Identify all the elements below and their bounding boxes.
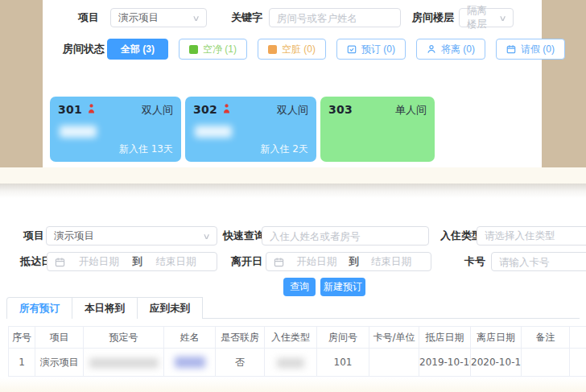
section-divider-shadow bbox=[0, 184, 586, 198]
col-departure-date: 离店日期 bbox=[471, 327, 522, 349]
status-vacant-dirty-label: 空脏 (0) bbox=[282, 43, 316, 56]
start-date-placeholder: 开始日期 bbox=[296, 255, 336, 269]
cell-name bbox=[164, 349, 216, 377]
floor-select[interactable]: 隔离楼层 ∨ bbox=[459, 8, 514, 27]
room-card-302[interactable]: 302 双人间 新入住 2天 bbox=[185, 97, 316, 162]
keyword-input-wrap bbox=[269, 8, 401, 27]
section-divider bbox=[0, 167, 586, 184]
room-card-header: 301 双人间 bbox=[58, 103, 173, 118]
project-label: 项目 bbox=[23, 226, 44, 246]
quick-search-label: 快速查询 bbox=[223, 226, 265, 246]
col-name: 姓名 bbox=[164, 327, 216, 349]
cell-arrival-date: 2019-10-16 bbox=[419, 349, 471, 377]
depart-date-label: 离开日 bbox=[231, 252, 262, 271]
status-all-button[interactable]: 全部 (3) bbox=[107, 39, 168, 60]
bottom-page-edge bbox=[0, 378, 586, 392]
end-date-placeholder: 结束日期 bbox=[371, 255, 411, 269]
keyword-input[interactable] bbox=[277, 12, 393, 24]
reservation-table: 序号 项目 预定号 姓名 是否联房 入住类型 房间号 卡号/单位 抵店日期 离店… bbox=[8, 326, 586, 377]
quick-search-input-wrap bbox=[262, 226, 429, 246]
col-checkin-type: 入住类型 bbox=[265, 327, 317, 349]
cell-linked-room: 否 bbox=[216, 349, 265, 377]
status-departing-button[interactable]: 将离 (0) bbox=[416, 39, 485, 60]
floor-label: 房间楼层 bbox=[412, 8, 454, 27]
room-type: 双人间 bbox=[277, 103, 308, 118]
col-linked-room: 是否联房 bbox=[216, 327, 265, 349]
right-frame-strip bbox=[542, 0, 586, 169]
cell-card-unit bbox=[369, 349, 419, 377]
status-reserved-button[interactable]: 预订 (0) bbox=[336, 39, 406, 60]
room-number: 301 bbox=[58, 103, 82, 116]
keyword-label: 关键字 bbox=[231, 8, 262, 27]
cell-checkin-type bbox=[265, 349, 317, 377]
room-type: 单人间 bbox=[395, 103, 427, 118]
room-card-301[interactable]: 301 双人间 新入住 13天 bbox=[50, 97, 181, 162]
room-type: 双人间 bbox=[142, 103, 173, 118]
status-reserved-label: 预订 (0) bbox=[361, 43, 395, 56]
cell-room-no: 101 bbox=[317, 349, 369, 377]
table-row[interactable]: 1 演示项目 否 101 2019-10-16 2020-10-15 bbox=[9, 349, 586, 377]
arrival-date-range[interactable]: 开始日期 到 结束日期 bbox=[47, 252, 217, 271]
checkin-type-placeholder: 请选择入住类型 bbox=[485, 229, 555, 243]
tab-arriving-today[interactable]: 本日将到 bbox=[72, 297, 138, 319]
project-label: 项目 bbox=[78, 8, 99, 27]
new-reservation-button[interactable]: 新建预订 bbox=[320, 278, 365, 296]
room-number: 303 bbox=[328, 103, 353, 116]
person-icon bbox=[427, 44, 436, 54]
status-departing-label: 将离 (0) bbox=[441, 43, 475, 56]
orange-square-icon bbox=[268, 45, 277, 54]
col-index: 序号 bbox=[9, 327, 35, 349]
redacted-reservation-no bbox=[89, 358, 159, 368]
status-leave-label: 请假 (0) bbox=[521, 43, 555, 56]
date-range-separator: 到 bbox=[132, 255, 142, 269]
start-date-placeholder: 开始日期 bbox=[79, 255, 119, 269]
red-person-icon bbox=[222, 104, 231, 113]
col-extra bbox=[570, 327, 586, 349]
card-number-input-wrap bbox=[491, 252, 586, 271]
chevron-down-icon: ∨ bbox=[192, 14, 200, 23]
reservation-tabs: 所有预订 本日将到 应到未到 bbox=[6, 297, 580, 319]
page: 项目 演示项目 ∨ 关键字 房间楼层 隔离楼层 ∨ 房间状态 全部 (3) 空净… bbox=[0, 0, 586, 392]
query-button[interactable]: 查询 bbox=[283, 278, 316, 296]
status-vacant-clean-label: 空净 (1) bbox=[203, 43, 237, 56]
room-card-header: 302 双人间 bbox=[193, 103, 308, 118]
end-date-placeholder: 结束日期 bbox=[155, 255, 196, 269]
green-square-icon bbox=[189, 45, 198, 54]
redacted-checkin-type bbox=[277, 358, 304, 368]
col-room-no: 房间号 bbox=[317, 327, 369, 349]
status-leave-button[interactable]: 请假 (0) bbox=[496, 39, 565, 60]
cell-remark bbox=[522, 349, 570, 377]
status-vacant-clean-button[interactable]: 空净 (1) bbox=[179, 39, 247, 60]
chevron-down-icon: ∨ bbox=[498, 14, 506, 23]
project-select-value: 演示项目 bbox=[118, 11, 159, 25]
tab-all-reservations[interactable]: 所有预订 bbox=[6, 297, 72, 319]
depart-date-range[interactable]: 开始日期 到 结束日期 bbox=[266, 252, 431, 271]
tab-expected-not-arrived[interactable]: 应到未到 bbox=[137, 297, 203, 319]
col-project: 项目 bbox=[35, 327, 84, 349]
col-reservation-no: 预定号 bbox=[84, 327, 164, 349]
project-select[interactable]: 演示项目 ∨ bbox=[110, 8, 207, 27]
redacted-name bbox=[175, 357, 205, 368]
col-arrival-date: 抵店日期 bbox=[419, 327, 471, 349]
project-select[interactable]: 演示项目 ∨ bbox=[46, 226, 217, 246]
calendar-icon bbox=[55, 257, 65, 267]
chevron-down-icon: ∨ bbox=[202, 232, 210, 241]
left-frame-strip bbox=[0, 0, 43, 169]
status-vacant-dirty-button[interactable]: 空脏 (0) bbox=[258, 39, 326, 60]
floor-select-placeholder: 隔离楼层 bbox=[467, 4, 495, 31]
calendar-icon bbox=[274, 257, 284, 267]
card-number-input[interactable] bbox=[499, 256, 581, 268]
checkin-type-select[interactable]: 请选择入住类型 bbox=[477, 226, 586, 246]
calendar-check-icon bbox=[347, 44, 357, 54]
room-status-filter-group: 全部 (3) 空净 (1) 空脏 (0) 预订 (0) 将离 (0) 请假 bbox=[107, 39, 565, 60]
quick-search-input[interactable] bbox=[270, 230, 421, 242]
status-all-label: 全部 (3) bbox=[121, 43, 155, 56]
redacted-guest-name bbox=[195, 126, 232, 138]
room-stay-note: 新入住 13天 bbox=[119, 142, 173, 156]
cell-project: 演示项目 bbox=[35, 349, 84, 377]
room-card-303[interactable]: 303 单人间 bbox=[320, 97, 435, 162]
redacted-guest-name bbox=[60, 126, 97, 138]
cell-index: 1 bbox=[9, 349, 35, 377]
room-card-header: 303 单人间 bbox=[328, 103, 427, 118]
cell-reservation-no bbox=[84, 349, 164, 377]
